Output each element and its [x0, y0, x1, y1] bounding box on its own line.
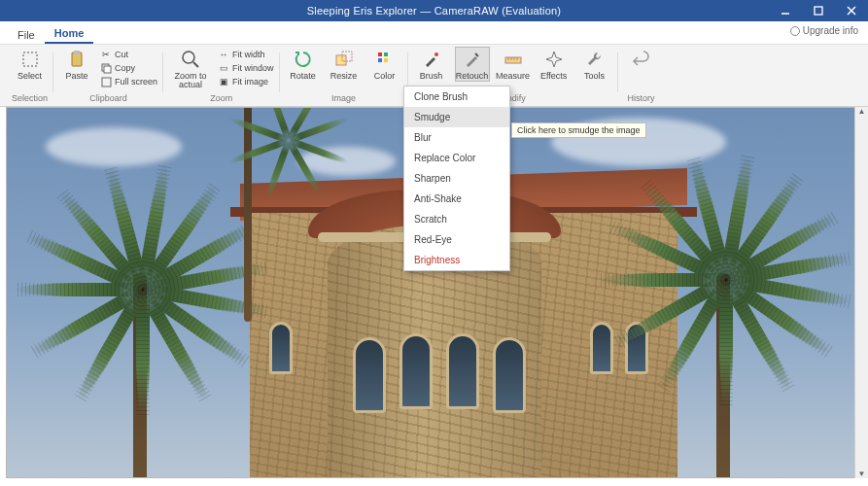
- tab-row: File Home Upgrade info: [0, 21, 868, 45]
- group-label: Zoom: [210, 93, 232, 105]
- tooltip: Click here to smudge the image: [511, 122, 646, 138]
- resize-icon: [333, 49, 355, 70]
- retouch-icon: [462, 49, 483, 70]
- fullscreen-button[interactable]: Full screen: [100, 76, 157, 87]
- svg-rect-6: [74, 51, 80, 54]
- palm-fronds: [600, 156, 852, 390]
- svg-rect-8: [104, 66, 111, 73]
- wrench-icon: [584, 49, 606, 70]
- palette-icon: [374, 49, 396, 70]
- tab-file[interactable]: File: [8, 25, 45, 44]
- select-icon: [19, 49, 41, 70]
- vertical-scrollbar[interactable]: ▲ ▼: [854, 107, 868, 478]
- arched-window: [446, 333, 479, 409]
- brush-button[interactable]: Brush: [414, 47, 449, 81]
- cut-button[interactable]: ✂ Cut: [100, 49, 157, 60]
- fit-window-button[interactable]: ▭ Fit window: [218, 62, 274, 74]
- close-button[interactable]: [835, 0, 868, 21]
- dd-item-red-eye[interactable]: Red-Eye: [404, 229, 509, 250]
- rotate-button[interactable]: Rotate: [286, 47, 321, 81]
- user-icon: [790, 26, 800, 36]
- svg-rect-4: [23, 52, 37, 66]
- svg-rect-14: [378, 52, 382, 56]
- scroll-down-icon[interactable]: ▼: [858, 469, 866, 478]
- brush-icon: [421, 49, 442, 70]
- dd-item-sharpen[interactable]: Sharpen: [404, 168, 509, 189]
- titlebar: Sleeping Eris Explorer — CameraRAW (Eval…: [0, 0, 868, 21]
- group-label: Selection: [12, 93, 48, 105]
- copy-button[interactable]: Copy: [100, 62, 157, 74]
- svg-rect-16: [378, 58, 382, 62]
- palm-fronds: [226, 107, 352, 195]
- sparkle-icon: [543, 49, 565, 70]
- zoom-actual-button[interactable]: Zoom to actual: [169, 47, 212, 89]
- undo-button[interactable]: [624, 47, 659, 81]
- arched-window: [493, 337, 526, 413]
- arched-window: [353, 337, 386, 413]
- retouch-dropdown[interactable]: Clone Brush Smudge Blur Replace Color Sh…: [403, 86, 510, 271]
- svg-rect-9: [102, 78, 111, 87]
- select-button[interactable]: Select: [13, 47, 48, 81]
- fit-image-icon: ▣: [218, 76, 229, 87]
- group-label: Image: [331, 93, 356, 105]
- expand-icon: [100, 76, 112, 87]
- svg-point-18: [434, 52, 438, 56]
- arched-window: [269, 322, 293, 374]
- group-zoom: Zoom to actual ↔ Fit width ▭ Fit window …: [163, 47, 280, 106]
- group-history: History: [618, 47, 665, 106]
- svg-rect-1: [815, 7, 822, 15]
- svg-rect-5: [72, 52, 82, 66]
- ruler-icon: [503, 49, 524, 70]
- svg-point-10: [183, 52, 194, 63]
- clipboard-icon: [66, 49, 87, 70]
- effects-button[interactable]: Effects: [537, 47, 572, 81]
- window-buttons: [769, 0, 868, 21]
- rotate-icon: [293, 49, 314, 70]
- upgrade-label: Upgrade info: [803, 25, 858, 36]
- dd-item-smudge[interactable]: Smudge: [404, 107, 509, 127]
- retouch-button[interactable]: Retouch: [455, 47, 490, 82]
- palm-fronds: [17, 166, 269, 399]
- measure-button[interactable]: Measure: [496, 47, 531, 81]
- upgrade-link[interactable]: Upgrade info: [790, 25, 858, 36]
- fit-width-button[interactable]: ↔ Fit width: [218, 49, 274, 60]
- svg-rect-17: [384, 58, 388, 62]
- fit-window-icon: ▭: [218, 62, 229, 74]
- arched-window: [399, 333, 433, 409]
- minimize-button[interactable]: [769, 0, 802, 21]
- copy-icon: [100, 62, 112, 74]
- svg-rect-15: [384, 52, 388, 56]
- maximize-button[interactable]: [802, 0, 835, 21]
- magnifier-icon: [180, 49, 201, 70]
- svg-rect-12: [336, 55, 346, 65]
- dd-item-brightness[interactable]: Brightness: [404, 250, 509, 270]
- cloud: [46, 127, 182, 166]
- dd-item-blur[interactable]: Blur: [404, 127, 509, 148]
- paste-button[interactable]: Paste: [59, 47, 94, 81]
- dd-item-scratch[interactable]: Scratch: [404, 209, 509, 229]
- scissors-icon: ✂: [100, 49, 112, 60]
- undo-icon: [631, 49, 652, 70]
- resize-button[interactable]: Resize: [327, 47, 362, 81]
- scroll-up-icon[interactable]: ▲: [858, 107, 866, 116]
- tab-home[interactable]: Home: [45, 23, 94, 44]
- color-button[interactable]: Color: [367, 47, 402, 81]
- fit-image-button[interactable]: ▣ Fit image: [218, 76, 274, 87]
- group-label: History: [628, 93, 655, 105]
- dd-item-replace-color[interactable]: Replace Color: [404, 148, 509, 168]
- svg-line-11: [193, 62, 198, 67]
- tools-button[interactable]: Tools: [577, 47, 612, 81]
- window-title: Sleeping Eris Explorer — CameraRAW (Eval…: [307, 5, 561, 17]
- group-selection: Select Selection: [6, 47, 53, 106]
- fit-width-icon: ↔: [218, 49, 229, 60]
- dd-item-clone-brush[interactable]: Clone Brush: [404, 87, 509, 107]
- group-label: Clipboard: [89, 93, 127, 105]
- group-image: Rotate Resize Color Image: [280, 47, 408, 106]
- dd-item-anti-shake[interactable]: Anti-Shake: [404, 189, 509, 209]
- svg-rect-19: [505, 57, 521, 63]
- group-clipboard: Paste ✂ Cut Copy Full screen: [53, 47, 163, 106]
